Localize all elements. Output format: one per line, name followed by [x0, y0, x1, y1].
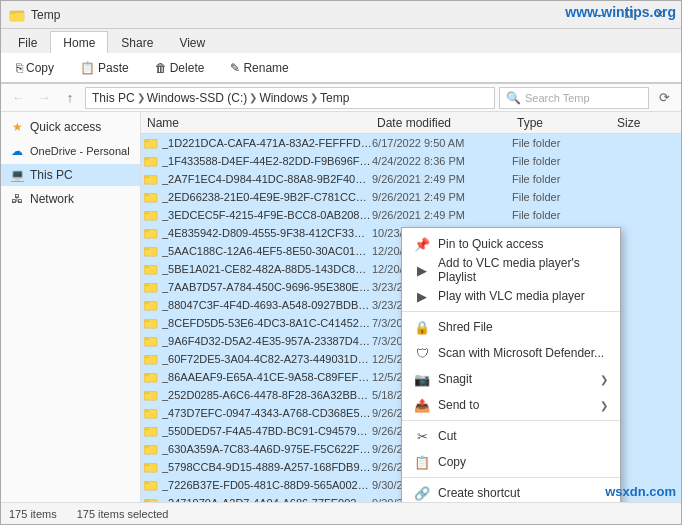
nav-item-thispc[interactable]: 💻 This PC — [1, 164, 140, 186]
file-type: File folder — [512, 443, 612, 455]
minimize-button[interactable]: ─ — [585, 4, 613, 26]
nav-item-quickaccess[interactable]: ★ Quick access — [1, 116, 140, 138]
table-row[interactable]: _60F72DE5-3A04-4C82-A273-449031DAB467 12… — [141, 350, 681, 368]
file-date: 9/26/2021 2:49 PM — [372, 443, 512, 455]
up-button[interactable]: ↑ — [59, 87, 81, 109]
file-name: _252D0285-A6C6-4478-8F28-36A32BBE9490 — [162, 389, 372, 401]
breadcrumb-windows[interactable]: Windows — [259, 91, 308, 105]
folder-icon — [143, 495, 159, 502]
folder-icon — [143, 477, 159, 493]
ribbon-copy-btn[interactable]: ⎘ Copy — [9, 57, 61, 79]
refresh-button[interactable]: ⟳ — [653, 87, 675, 109]
table-row[interactable]: _2471970A-A2D7-4A04-A686-77FE0022AD2D 9/… — [141, 494, 681, 502]
folder-icon — [143, 297, 159, 313]
folder-icon — [143, 441, 159, 457]
back-button[interactable]: ← — [7, 87, 29, 109]
table-row[interactable]: _550DED57-F4A5-47BD-BC91-C9457976DAD2 9/… — [141, 422, 681, 440]
svg-rect-6 — [144, 158, 149, 161]
nav-section-onedrive: ☁ OneDrive - Personal — [1, 140, 140, 162]
table-row[interactable]: _1D221DCA-CAFA-471A-83A2-FEFFFDF32162A 6… — [141, 134, 681, 152]
computer-icon: 💻 — [9, 167, 25, 183]
breadcrumb-temp[interactable]: Temp — [320, 91, 349, 105]
file-date: 12/5/2021 2:49 PM — [372, 353, 512, 365]
address-path[interactable]: This PC ❯ Windows-SSD (C:) ❯ Windows ❯ T… — [85, 87, 495, 109]
search-box[interactable]: 🔍 Search Temp — [499, 87, 649, 109]
ribbon: File Home Share View ⎘ Copy 📋 Paste — [1, 29, 681, 84]
breadcrumb-drive[interactable]: Windows-SSD (C:) — [147, 91, 248, 105]
breadcrumb-thispc[interactable]: This PC — [92, 91, 135, 105]
table-row[interactable]: _86AAEAF9-E65A-41CE-9A58-C89FEF822839 12… — [141, 368, 681, 386]
forward-button[interactable]: → — [33, 87, 55, 109]
col-header-date[interactable]: Date modified — [373, 116, 513, 130]
file-date: 9/26/2021 2:49 PM — [372, 407, 512, 419]
tab-home[interactable]: Home — [50, 31, 108, 53]
table-row[interactable]: _1F433588-D4EF-44E2-82DD-F9B696F3D63B 4/… — [141, 152, 681, 170]
table-row[interactable]: _88047C3F-4F4D-4693-A548-0927BDB350CA 3/… — [141, 296, 681, 314]
table-row[interactable]: _4E835942-D809-4555-9F38-412CF33B0930 10… — [141, 224, 681, 242]
close-button[interactable]: ✕ — [645, 4, 673, 26]
tab-share[interactable]: Share — [108, 31, 166, 53]
ribbon-rename-btn[interactable]: ✎ Rename — [223, 57, 295, 79]
col-header-name[interactable]: Name — [143, 116, 373, 130]
file-name: _7226B37E-FD05-481C-88D9-565A00238278 — [162, 479, 372, 491]
table-row[interactable]: _9A6F4D32-D5A2-4E35-957A-23387D4EF0D9 7/… — [141, 332, 681, 350]
file-date: 5/18/2022 2:49 PM — [372, 389, 512, 401]
svg-rect-22 — [144, 302, 149, 305]
table-row[interactable]: _2ED66238-21E0-4E9E-9B2F-C781CC23604D 9/… — [141, 188, 681, 206]
file-type: File folder — [512, 137, 612, 149]
folder-icon — [143, 261, 159, 277]
table-row[interactable]: _473D7EFC-0947-4343-A768-CD368E53FDE6 9/… — [141, 404, 681, 422]
table-row[interactable]: _8CEFD5D5-53E6-4DC3-8A1C-C41452237973 7/… — [141, 314, 681, 332]
nav-item-network[interactable]: 🖧 Network — [1, 188, 140, 210]
table-row[interactable]: _2A7F1EC4-D984-41DC-88A8-9B2F4037C2C6 9/… — [141, 170, 681, 188]
file-type: File folder — [512, 497, 612, 502]
ribbon-content: ⎘ Copy 📋 Paste 🗑 Delete ✎ Rename — [1, 53, 681, 83]
file-explorer-window: Temp ─ ☐ ✕ File Home Share View ⎘ — [0, 0, 682, 525]
svg-rect-16 — [144, 248, 149, 251]
table-row[interactable]: _5798CCB4-9D15-4889-A257-168FDB94C131 9/… — [141, 458, 681, 476]
col-header-size[interactable]: Size — [613, 116, 673, 130]
copy-icon: ⎘ — [16, 61, 23, 75]
ribbon-delete-btn[interactable]: 🗑 Delete — [148, 57, 212, 79]
paste-icon: 📋 — [80, 61, 95, 75]
tab-file[interactable]: File — [5, 31, 50, 53]
file-date: 9/26/2021 2:49 PM — [372, 209, 512, 221]
table-row[interactable]: _630A359A-7C83-4A6D-975E-F5C622F88E81 9/… — [141, 440, 681, 458]
svg-rect-14 — [144, 230, 149, 233]
nav-item-onedrive[interactable]: ☁ OneDrive - Personal — [1, 140, 140, 162]
file-type: File folder — [512, 227, 612, 239]
col-header-type[interactable]: Type — [513, 116, 613, 130]
file-type: File folder — [512, 317, 612, 329]
item-count: 175 items — [9, 508, 57, 520]
file-name: _2A7F1EC4-D984-41DC-88A8-9B2F4037C2C6 — [162, 173, 372, 185]
file-type: File folder — [512, 173, 612, 185]
breadcrumb: This PC ❯ Windows-SSD (C:) ❯ Windows ❯ T… — [92, 91, 349, 105]
file-date: 12/20/2021 2:49 PM — [372, 263, 512, 275]
table-row[interactable]: _3EDCEC5F-4215-4F9E-BCC8-0AB208E154E8 9/… — [141, 206, 681, 224]
folder-icon — [143, 459, 159, 475]
rename-icon: ✎ — [230, 61, 240, 75]
svg-rect-26 — [144, 338, 149, 341]
svg-rect-38 — [144, 446, 149, 449]
table-row[interactable]: _7AAB7D57-A784-450C-9696-95E380EEC2B2 3/… — [141, 278, 681, 296]
folder-icon — [143, 351, 159, 367]
tab-view[interactable]: View — [166, 31, 218, 53]
folder-icon — [143, 135, 159, 151]
file-type: File folder — [512, 209, 612, 221]
file-date: 9/30/2021 2:49 PM — [372, 479, 512, 491]
folder-icon — [143, 189, 159, 205]
file-type: File folder — [512, 479, 612, 491]
file-name: _2471970A-A2D7-4A04-A686-77FE0022AD2D — [162, 497, 372, 502]
table-row[interactable]: _5AAC188C-12A6-4EF5-8E50-30AC010BCA14 12… — [141, 242, 681, 260]
file-name: _1F433588-D4EF-44E2-82DD-F9B696F3D63B — [162, 155, 372, 167]
maximize-button[interactable]: ☐ — [615, 4, 643, 26]
table-row[interactable]: _7226B37E-FD05-481C-88D9-565A00238278 9/… — [141, 476, 681, 494]
table-row[interactable]: _5BE1A021-CE82-482A-88D5-143DC88E02DD 12… — [141, 260, 681, 278]
file-type: File folder — [512, 353, 612, 365]
file-name: _5AAC188C-12A6-4EF5-8E50-30AC010BCA14 — [162, 245, 372, 257]
table-row[interactable]: _252D0285-A6C6-4478-8F28-36A32BBE9490 5/… — [141, 386, 681, 404]
file-name: _60F72DE5-3A04-4C82-A273-449031DAB467 — [162, 353, 372, 365]
search-placeholder: Search Temp — [525, 92, 590, 104]
ribbon-paste-btn[interactable]: 📋 Paste — [73, 57, 136, 79]
file-name: _88047C3F-4F4D-4693-A548-0927BDB350CA — [162, 299, 372, 311]
